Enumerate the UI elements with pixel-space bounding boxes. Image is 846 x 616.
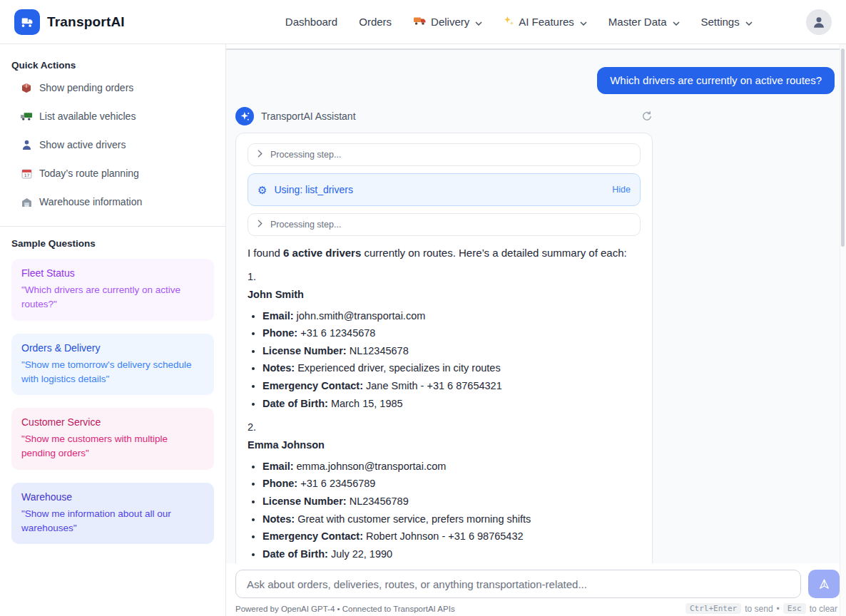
nav-delivery[interactable]: Delivery [413, 16, 482, 28]
warehouse-icon [20, 197, 33, 207]
vertical-scrollbar-thumb[interactable] [841, 48, 845, 247]
intro-line: I found 6 active drivers currently on ro… [248, 245, 641, 262]
tool-use-label: Using: list_drivers [274, 184, 352, 195]
calendar-icon: 17 [20, 168, 33, 179]
quick-action-label: Show active drivers [39, 139, 126, 150]
driver-field: License Number: NL23456789 [263, 493, 641, 510]
shortcut-hints: Ctrl+Enter to send • Esc to clear [686, 603, 837, 614]
driver-details-list: Email: john.smith@transportai.com Phone:… [248, 307, 641, 413]
sample-question-text: "Show me tomorrow's delivery schedule wi… [21, 358, 204, 387]
processing-step-label: Processing step... [270, 220, 341, 230]
driver-name: John Smith [248, 286, 641, 304]
driver-field: License Number: NL12345678 [263, 342, 641, 360]
transportai-logo-icon [14, 9, 40, 35]
quick-action-available-vehicles[interactable]: List available vehicles [11, 102, 214, 130]
sparkle-icon [240, 111, 250, 122]
sample-questions-title: Sample Questions [11, 238, 214, 249]
sample-question-category: Fleet Status [21, 267, 204, 279]
assistant-message-body: I found 6 active drivers currently on ro… [248, 245, 641, 563]
brand-name: TransportAI [47, 14, 125, 30]
tool-use-row: ⚙ Using: list_drivers Hide [248, 173, 641, 206]
driver-field: Emergency Contact: Jane Smith - +31 6 87… [263, 377, 641, 395]
chevron-down-icon [673, 16, 680, 28]
delivery-truck-icon [20, 112, 33, 121]
driver-field: Email: john.smith@transportai.com [263, 307, 641, 325]
main-nav: Dashboard Orders Delivery AI Features Ma… [285, 16, 753, 29]
person-icon [20, 140, 33, 150]
quick-action-label: List available vehicles [39, 111, 136, 122]
nav-settings[interactable]: Settings [701, 16, 753, 28]
main-area: Which drivers are currently on active ro… [226, 44, 846, 616]
vertical-scrollbar-track[interactable] [840, 44, 846, 616]
sparkles-icon [504, 16, 514, 29]
quick-action-label: Warehouse information [39, 196, 142, 207]
sidebar-divider [0, 226, 225, 227]
user-avatar[interactable] [806, 9, 832, 35]
quick-action-pending-orders[interactable]: Show pending orders [11, 73, 214, 102]
sample-question-category: Customer Service [21, 416, 204, 428]
sample-question-customer-service[interactable]: Customer Service "Show me customers with… [11, 408, 214, 470]
refresh-icon[interactable] [641, 111, 653, 122]
sample-question-text: "Show me information about all our wareh… [21, 507, 204, 536]
brand[interactable]: TransportAI [14, 9, 125, 35]
driver-name: Emma Johnson [248, 436, 641, 454]
send-plane-icon [818, 578, 830, 590]
chevron-down-icon [475, 16, 482, 28]
user-message-bubble: Which drivers are currently on active ro… [597, 67, 835, 94]
driver-field: Email: emma.johnson@transportai.com [263, 458, 641, 476]
driver-number: 1. [248, 268, 641, 286]
driver-field: Notes: Great with customer service, pref… [263, 510, 641, 528]
assistant-name: TransportAI Assistant [261, 111, 356, 122]
quick-actions-title: Quick Actions [11, 60, 214, 71]
sample-question-category: Orders & Delivery [21, 342, 204, 354]
driver-field: Notes: Experienced driver, specializes i… [263, 359, 641, 377]
chevron-right-icon [258, 150, 263, 160]
driver-field: Emergency Contact: Robert Johnson - +31 … [263, 528, 641, 545]
processing-step-row-1[interactable]: Processing step... [248, 143, 641, 166]
composer-area: Powered by OpenAI GPT-4 • Connected to T… [226, 563, 846, 616]
powered-by-text: Powered by OpenAI GPT-4 • Connected to T… [235, 605, 455, 613]
quick-action-route-planning[interactable]: 17 Today’s route planning [11, 159, 214, 188]
truck-icon [413, 16, 427, 28]
driver-field: Phone: +31 6 23456789 [263, 475, 641, 493]
gear-icon: ⚙ [258, 185, 267, 195]
hide-link[interactable]: Hide [612, 185, 631, 195]
sample-question-orders-delivery[interactable]: Orders & Delivery "Show me tomorrow's de… [11, 334, 214, 396]
nav-master-data[interactable]: Master Data [608, 16, 680, 28]
chevron-down-icon [745, 16, 753, 28]
sample-question-text: "Which drivers are currently on active r… [21, 283, 204, 312]
driver-field: Date of Birth: July 22, 1990 [263, 545, 641, 563]
svg-text:17: 17 [24, 173, 29, 178]
assistant-response-card: Processing step... ⚙ Using: list_drivers… [235, 133, 653, 563]
processing-step-label: Processing step... [270, 150, 341, 160]
processing-step-row-2[interactable]: Processing step... [248, 213, 641, 236]
chevron-down-icon [580, 16, 587, 28]
kbd-ctrl-enter: Ctrl+Enter [686, 603, 741, 614]
quick-action-active-drivers[interactable]: Show active drivers [11, 130, 214, 159]
send-button[interactable] [808, 570, 840, 598]
nav-orders[interactable]: Orders [359, 16, 392, 28]
driver-number: 2. [248, 419, 641, 436]
sample-question-text: "Show me customers with multiple pending… [21, 432, 204, 461]
driver-field: Date of Birth: March 15, 1985 [263, 395, 641, 413]
chat-scroll-region[interactable]: Which drivers are currently on active ro… [226, 48, 846, 563]
kbd-esc: Esc [783, 603, 806, 614]
quick-action-warehouse-info[interactable]: Warehouse information [11, 188, 214, 216]
quick-action-label: Today’s route planning [39, 168, 139, 179]
sample-question-category: Warehouse [21, 491, 204, 503]
driver-details-list: Email: emma.johnson@transportai.com Phon… [248, 458, 641, 563]
assistant-avatar [235, 107, 254, 125]
package-icon [20, 82, 33, 93]
user-icon [812, 16, 825, 29]
nav-ai-features[interactable]: AI Features [504, 16, 587, 29]
driver-field: Phone: +31 6 12345678 [263, 324, 641, 342]
chevron-right-icon [258, 220, 263, 230]
sample-question-fleet-status[interactable]: Fleet Status "Which drivers are currentl… [11, 259, 214, 321]
sidebar: Quick Actions Show pending orders List a… [0, 44, 226, 616]
quick-action-label: Show pending orders [39, 82, 133, 93]
assistant-message-block: TransportAI Assistant Processing step...… [235, 107, 653, 563]
sample-question-warehouse[interactable]: Warehouse "Show me information about all… [11, 483, 214, 545]
chat-input[interactable] [235, 570, 801, 598]
top-navbar: TransportAI Dashboard Orders Delivery AI… [0, 0, 846, 44]
nav-dashboard[interactable]: Dashboard [285, 16, 337, 28]
